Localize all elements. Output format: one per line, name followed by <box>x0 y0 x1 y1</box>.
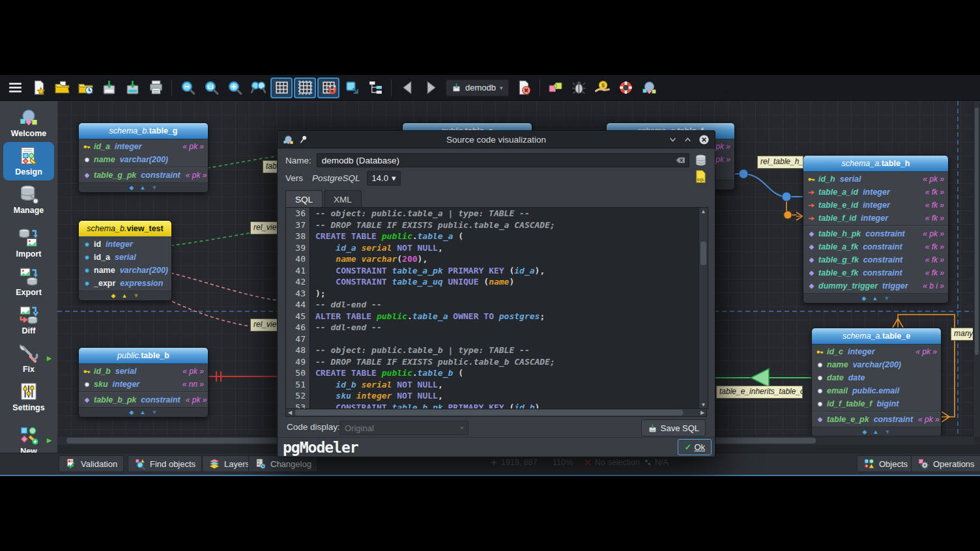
find-objects-button[interactable]: Find objects <box>128 455 202 472</box>
bug-report-button[interactable] <box>568 78 590 98</box>
save-sql-button[interactable]: Save SQL <box>641 419 706 436</box>
donate-button[interactable]: $ <box>592 78 614 98</box>
entity-row[interactable]: table_g_fkconstraint« fk » <box>803 253 948 266</box>
sidebar-item-diff[interactable]: Diff <box>3 301 54 339</box>
tab-xml[interactable]: XML <box>324 190 362 208</box>
entity-row[interactable]: datedate <box>812 371 941 384</box>
save-model-button[interactable] <box>98 78 120 98</box>
entity-row[interactable]: emailpublic.email <box>812 384 941 397</box>
open-model-button[interactable] <box>51 78 73 98</box>
entity-row[interactable]: id_ainteger« pk » <box>79 140 208 153</box>
sidebar-item-export[interactable]: Export <box>3 262 54 301</box>
sidebar-item-fix[interactable]: Fix▶ <box>3 339 54 378</box>
show-grid-button[interactable] <box>270 78 293 98</box>
canvas-vscrollbar[interactable] <box>973 101 980 436</box>
name-input[interactable] <box>317 153 689 167</box>
forward-button[interactable] <box>420 78 442 98</box>
dialog-titlebar[interactable]: Source code visualization <box>278 131 715 148</box>
entity-row[interactable]: table_e_fkconstraint« fk » <box>803 266 948 279</box>
entity-row[interactable]: namevarchar(200) <box>79 264 171 277</box>
save-as-model-button[interactable] <box>121 78 143 98</box>
entity-header[interactable]: public.table_b <box>79 348 208 364</box>
code-hscrollbar[interactable]: ◀▶ <box>285 408 707 417</box>
entity-row[interactable]: skuinteger« nn » <box>79 378 208 391</box>
entity-header[interactable]: schema_b.table_g <box>79 123 208 139</box>
forward-icon <box>423 79 439 96</box>
snap-grid-button[interactable] <box>317 78 339 98</box>
entity-row[interactable]: idinteger <box>79 238 171 251</box>
entity-row[interactable]: id_aserial <box>79 251 171 264</box>
sidebar-item-design[interactable]: Design <box>3 142 54 180</box>
zoom-original-button[interactable]: 1:1 <box>200 78 222 98</box>
entity-table_h[interactable]: schema_a.table_hid_hserial« pk »table_a_… <box>803 155 949 304</box>
validation-button[interactable]: Validation <box>59 455 124 472</box>
code-vscrollbar[interactable]: ▲ ▼ <box>699 208 708 408</box>
tab-sql[interactable]: SQL <box>285 190 323 208</box>
about-button[interactable] <box>639 78 661 98</box>
entity-row[interactable]: namevarchar(200) <box>812 358 941 371</box>
entity-table_e[interactable]: schema_a.table_eid_cinteger« pk »namevar… <box>811 328 942 437</box>
shade-window-icon[interactable] <box>669 135 677 144</box>
pin-icon[interactable] <box>299 135 308 144</box>
entity-row[interactable]: table_h_pkconstraint« pk » <box>803 227 948 240</box>
close-dialog-icon[interactable] <box>699 134 710 145</box>
close-model-button[interactable] <box>513 78 535 98</box>
fk-icon <box>807 201 816 210</box>
entity-row[interactable]: id_hserial« pk » <box>803 173 948 186</box>
relationship-line-pink[interactable] <box>171 273 277 300</box>
entity-table_g[interactable]: schema_b.table_gid_ainteger« pk »namevar… <box>78 122 209 193</box>
relationship-label[interactable]: table_e_inherits_table_c <box>716 386 803 399</box>
new-model-button[interactable] <box>27 78 50 98</box>
entity-row[interactable]: namevarchar(200) <box>79 153 208 166</box>
support-button[interactable] <box>615 78 637 98</box>
entity-row[interactable]: id_f_table_fbigint <box>812 397 941 410</box>
fit-view-button[interactable] <box>247 78 269 98</box>
show-grid-icon <box>274 79 290 96</box>
entity-row[interactable]: table_f_idinteger« fk » <box>803 212 948 225</box>
entity-table_b[interactable]: public.table_bid_bserial« pk »skuinteger… <box>78 347 209 417</box>
sidebar-item-label: Settings <box>12 403 44 412</box>
relationship-label[interactable]: rel_table_h_ <box>757 156 803 169</box>
recent-models-button[interactable] <box>74 78 96 98</box>
entity-row[interactable]: id_bserial« pk » <box>79 365 208 378</box>
version-select[interactable]: 14.0▾ <box>367 171 401 186</box>
entity-row[interactable]: table_a_fkconstraint« fk » <box>803 240 948 253</box>
model-selector[interactable]: demodb▾ <box>446 79 509 96</box>
ok-button[interactable]: ✓ Ok <box>678 439 712 455</box>
sql-code-view[interactable]: 36-- object: public.table_a | type: TABL… <box>285 207 708 409</box>
entity-view_test[interactable]: schema_b.view_testidintegerid_aserialnam… <box>78 220 172 301</box>
zoom-out-button[interactable] <box>177 78 199 98</box>
clear-input-icon[interactable] <box>676 156 685 164</box>
menu-button[interactable] <box>4 78 26 98</box>
sidebar-item-import[interactable]: Import <box>3 224 54 262</box>
print-button[interactable] <box>145 78 167 98</box>
relationship-node-orange[interactable] <box>784 211 792 219</box>
zoom-in-button[interactable] <box>223 78 246 98</box>
changelog-button[interactable]: Changelog <box>248 455 318 472</box>
relationship-node[interactable] <box>739 169 748 178</box>
entity-row[interactable]: dummy_triggertrigger« b i » <box>803 279 948 292</box>
sidebar-item-manage[interactable]: Manage <box>3 180 54 219</box>
entity-header[interactable]: schema_a.table_e <box>812 328 941 345</box>
sidebar-item-welcome[interactable]: Welcome <box>3 104 54 142</box>
operations-button[interactable]: Operations <box>911 455 980 472</box>
sidebar-item-settings[interactable]: Settings <box>3 378 54 416</box>
relationship-node[interactable] <box>782 192 791 201</box>
relationship-line-red[interactable] <box>207 371 277 382</box>
objects-button[interactable]: Objects <box>857 455 914 472</box>
entity-row[interactable]: table_a_idinteger« fk » <box>803 186 948 199</box>
plugins-button[interactable] <box>545 78 567 98</box>
objects-tree-button[interactable] <box>364 78 386 98</box>
back-button[interactable] <box>396 78 418 98</box>
entity-row[interactable]: table_g_pkconstraint« pk » <box>79 169 208 182</box>
entity-row[interactable]: table_e_idinteger« fk » <box>803 199 948 212</box>
page-delimiters-button[interactable] <box>294 78 316 98</box>
entity-row[interactable]: table_b_pkconstraint« pk » <box>79 393 208 406</box>
maximize-window-icon[interactable] <box>684 135 692 144</box>
entity-row[interactable]: id_cinteger« pk » <box>812 345 941 358</box>
entity-row[interactable]: _exprexpression <box>79 277 171 290</box>
expand-canvas-button[interactable] <box>341 78 363 98</box>
entity-header[interactable]: schema_b.view_test <box>79 221 171 237</box>
entity-row[interactable]: table_e_pkconstraint« pk » <box>812 413 941 426</box>
entity-header[interactable]: schema_a.table_h <box>803 156 948 172</box>
